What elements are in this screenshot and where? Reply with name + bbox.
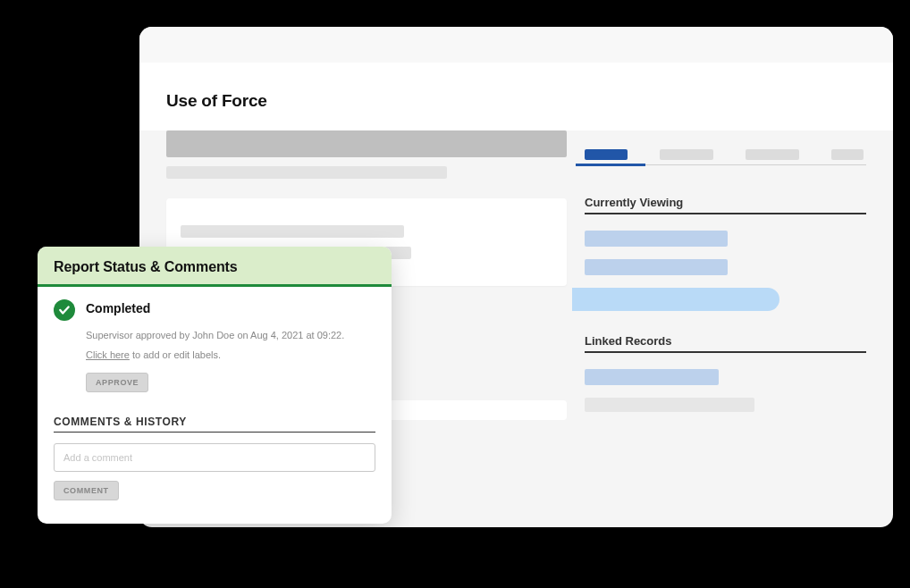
- window-titlebar: [139, 27, 893, 70]
- tab-label-placeholder: [831, 149, 864, 160]
- tab-item[interactable]: [831, 145, 864, 164]
- tab-label-placeholder: [746, 149, 799, 160]
- right-column: Currently Viewing Linked Records: [585, 130, 866, 424]
- tab-label-placeholder: [660, 149, 713, 160]
- record-pill[interactable]: [585, 259, 728, 275]
- form-header-placeholder: [166, 130, 567, 157]
- record-pill[interactable]: [585, 231, 728, 247]
- status-row: Completed: [54, 301, 375, 321]
- form-field-placeholder: [181, 225, 404, 238]
- modal-body: Completed Supervisor approved by John Do…: [38, 287, 392, 392]
- linked-records-heading: Linked Records: [585, 334, 866, 353]
- report-status-modal: Report Status & Comments Completed Super…: [38, 247, 392, 524]
- comments-history-heading: COMMENTS & HISTORY: [54, 416, 375, 433]
- edit-labels-rest: to add or edit labels.: [130, 349, 221, 360]
- tab-item[interactable]: [660, 145, 713, 164]
- tab-label-placeholder: [585, 149, 628, 160]
- edit-labels-line: Click here to add or edit labels.: [86, 349, 375, 360]
- tab-active[interactable]: [585, 145, 628, 164]
- page-title: Use of Force: [166, 91, 866, 111]
- approved-by-line: Supervisor approved by John Doe on Aug 4…: [86, 330, 375, 340]
- comment-button[interactable]: COMMENT: [54, 481, 119, 500]
- check-icon: [54, 299, 75, 321]
- edit-labels-link[interactable]: Click here: [86, 349, 130, 360]
- right-tabbar: [585, 138, 866, 165]
- tab-item[interactable]: [746, 145, 799, 164]
- modal-header: Report Status & Comments: [38, 247, 392, 287]
- modal-title: Report Status & Comments: [54, 259, 375, 275]
- linked-record-pill[interactable]: [585, 369, 719, 385]
- approve-button[interactable]: APPROVE: [86, 373, 148, 392]
- currently-viewing-heading: Currently Viewing: [585, 196, 866, 214]
- status-label: Completed: [86, 301, 150, 315]
- comment-input[interactable]: [54, 443, 375, 472]
- form-line-placeholder: [166, 166, 447, 179]
- linked-record-placeholder: [585, 398, 754, 412]
- record-active-tag[interactable]: [572, 288, 779, 311]
